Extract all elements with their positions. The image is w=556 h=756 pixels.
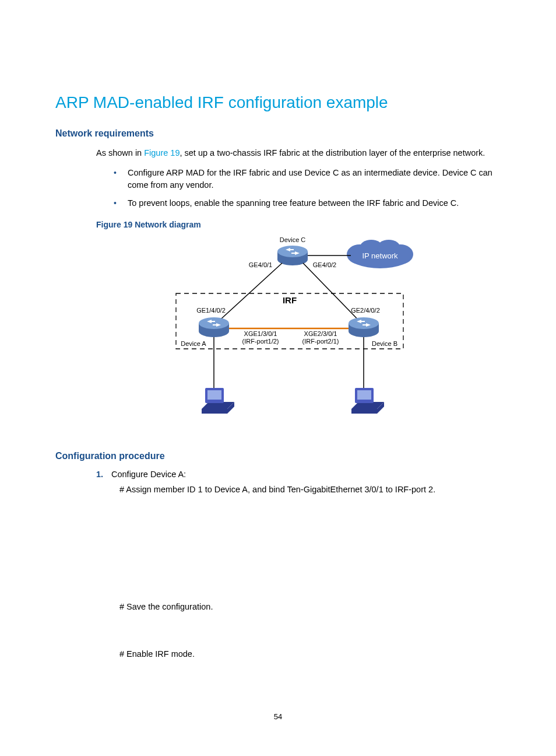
device-b-label: Device B bbox=[372, 340, 397, 347]
requirements-list: Configure ARP MAD for the IRF fabric and… bbox=[114, 167, 501, 209]
step-note: # Assign member ID 1 to Device A, and bi… bbox=[119, 484, 501, 496]
device-c-router-icon bbox=[277, 246, 308, 265]
svg-rect-27 bbox=[357, 390, 371, 400]
svg-point-18 bbox=[349, 317, 379, 329]
ge401-label: GE4/0/1 bbox=[249, 261, 272, 268]
device-a-label: Device A bbox=[181, 340, 206, 347]
irfport21-label: (IRF-port2/1) bbox=[302, 338, 339, 345]
section-configuration-procedure: Configuration procedure bbox=[55, 451, 501, 461]
svg-point-15 bbox=[199, 317, 229, 329]
device-b-router-icon bbox=[349, 317, 379, 337]
svg-line-11 bbox=[303, 263, 364, 326]
xge2301-label: XGE2/3/0/1 bbox=[304, 330, 337, 337]
ip-network-cloud: IP network bbox=[347, 240, 413, 268]
irfport12-label: (IRF-port1/2) bbox=[242, 338, 279, 345]
svg-line-10 bbox=[214, 263, 282, 326]
step-number: 1. bbox=[96, 470, 111, 479]
xge1301-label: XGE1/3/0/1 bbox=[244, 330, 277, 337]
page-title: ARP MAD-enabled IRF configuration exampl… bbox=[55, 93, 501, 112]
list-item: To prevent loops, enable the spanning tr… bbox=[114, 197, 501, 209]
figure-caption: Figure 19 Network diagram bbox=[96, 220, 501, 229]
device-c-label: Device C bbox=[280, 236, 306, 243]
intro-suffix: , set up a two-chassis IRF fabric at the… bbox=[180, 148, 485, 158]
device-a-router-icon bbox=[199, 317, 229, 337]
intro-prefix: As shown in bbox=[96, 148, 144, 158]
irf-label: IRF bbox=[283, 295, 297, 305]
step-note: # Save the configuration. bbox=[119, 601, 501, 613]
figure-link[interactable]: Figure 19 bbox=[144, 148, 180, 158]
svg-text:IP network: IP network bbox=[362, 251, 398, 260]
step-label: Configure Device A: bbox=[111, 470, 186, 479]
ge2402-label: GE2/4/0/2 bbox=[351, 307, 380, 314]
svg-rect-24 bbox=[207, 390, 221, 400]
svg-point-9 bbox=[277, 246, 308, 257]
ge1402-label: GE1/4/0/2 bbox=[196, 307, 226, 314]
pc-left-icon bbox=[202, 388, 234, 414]
page-number: 54 bbox=[0, 712, 556, 721]
intro-paragraph: As shown in Figure 19, set up a two-chas… bbox=[96, 147, 501, 159]
section-network-requirements: Network requirements bbox=[55, 128, 501, 139]
svg-rect-22 bbox=[202, 409, 227, 414]
svg-rect-25 bbox=[351, 409, 377, 414]
network-diagram: IP network Device C GE4/0/1 GE4/0/2 IRF … bbox=[96, 235, 501, 428]
pc-right-icon bbox=[351, 388, 384, 414]
step-note: # Enable IRF mode. bbox=[119, 648, 501, 660]
ge402-label: GE4/0/2 bbox=[313, 261, 336, 268]
list-item: Configure ARP MAD for the IRF fabric and… bbox=[114, 167, 501, 191]
step-1: 1.Configure Device A: bbox=[96, 470, 501, 479]
